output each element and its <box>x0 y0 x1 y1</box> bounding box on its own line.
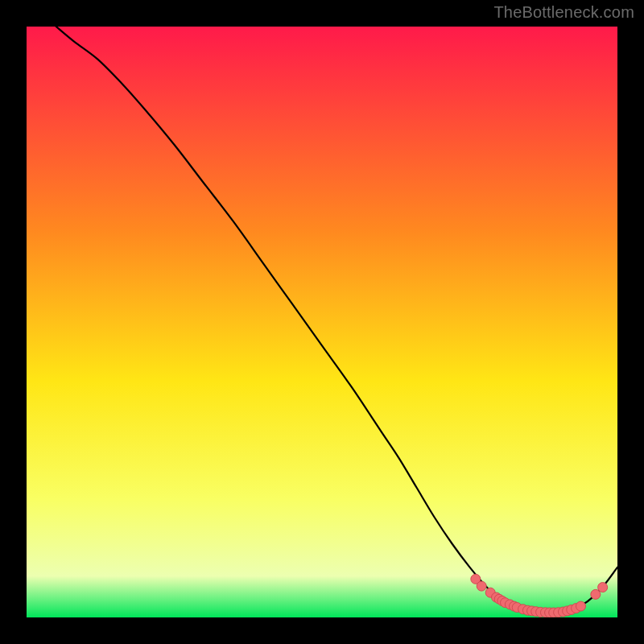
chart-frame: TheBottleneck.com <box>0 0 644 644</box>
highlight-point <box>477 581 486 591</box>
gradient-background <box>27 27 617 617</box>
highlight-point <box>591 589 601 599</box>
chart-plot-area <box>27 27 617 617</box>
highlight-point <box>598 583 608 592</box>
chart-svg <box>27 27 617 617</box>
highlight-point <box>576 601 585 611</box>
watermark-text: TheBottleneck.com <box>493 3 634 22</box>
